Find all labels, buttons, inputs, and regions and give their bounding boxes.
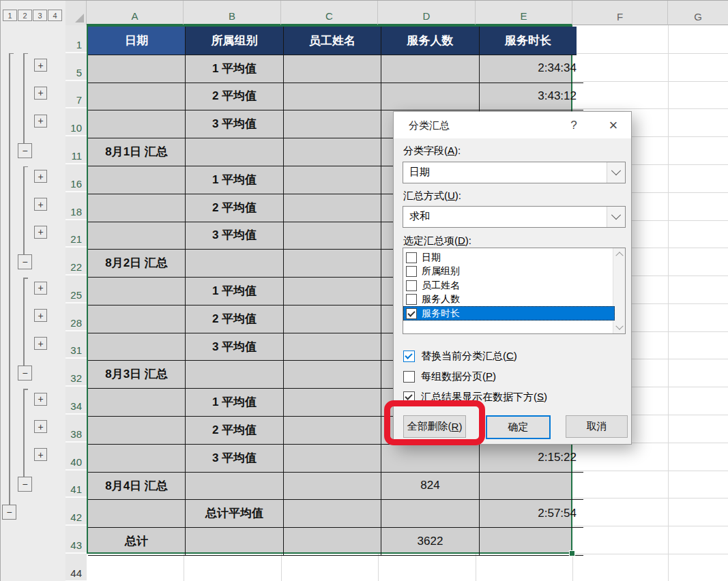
cell-E5[interactable]: 2:34:34: [480, 55, 583, 83]
cell-C22[interactable]: [284, 249, 381, 278]
cell-B21[interactable]: 3 平均值: [186, 222, 284, 250]
group-by-field-combobox[interactable]: 日期: [403, 162, 626, 183]
outline-level-button-1[interactable]: 1: [3, 10, 17, 21]
help-icon[interactable]: ?: [556, 112, 592, 138]
expand-button-row-25[interactable]: +: [34, 282, 47, 295]
cell-B31[interactable]: 3 平均值: [186, 333, 284, 361]
row-header-31[interactable]: 31: [65, 331, 87, 359]
collapse-button-row-42[interactable]: −: [2, 505, 16, 520]
cell-A25[interactable]: [88, 277, 186, 306]
row-header-43[interactable]: 43: [65, 526, 87, 554]
cell-C31[interactable]: [284, 333, 381, 361]
cell-A22[interactable]: 8月2日 汇总: [88, 249, 186, 278]
listbox-item[interactable]: 服务时长: [403, 306, 615, 321]
column-header-b[interactable]: B: [184, 1, 281, 25]
cell-C16[interactable]: [284, 166, 381, 194]
row-header-40[interactable]: 40: [65, 443, 87, 471]
cell-B40[interactable]: 3 平均值: [186, 444, 284, 473]
row-header-32[interactable]: 32: [65, 359, 87, 387]
cell-E43[interactable]: [480, 527, 583, 556]
cell-B7[interactable]: 2 平均值: [186, 83, 284, 111]
cell-B41[interactable]: [186, 472, 284, 501]
cell-A40[interactable]: [88, 444, 186, 473]
option-row[interactable]: 汇总结果显示在数据下方(S): [403, 390, 547, 404]
checkbox[interactable]: [403, 371, 415, 383]
cell-A43[interactable]: 总计: [88, 527, 186, 556]
expand-button-row-40[interactable]: +: [34, 448, 47, 461]
row-header-34[interactable]: 34: [65, 387, 87, 415]
outline-level-button-4[interactable]: 4: [48, 10, 62, 21]
expand-button-row-18[interactable]: +: [34, 198, 47, 211]
select-all-corner[interactable]: [65, 1, 87, 25]
cell-B34[interactable]: 1 平均值: [186, 388, 284, 417]
cell-B38[interactable]: 2 平均值: [186, 416, 284, 445]
cell-D5[interactable]: [381, 55, 480, 83]
cell-B32[interactable]: [186, 360, 284, 389]
option-row[interactable]: 每组数据分页(P): [403, 370, 496, 383]
row-header-16[interactable]: 16: [65, 164, 87, 192]
collapse-button-row-32[interactable]: −: [18, 366, 32, 381]
cell-B18[interactable]: 2 平均值: [186, 194, 284, 222]
cell-C32[interactable]: [284, 360, 381, 389]
cell-D1[interactable]: 服务人数: [381, 27, 480, 55]
outline-level-button-3[interactable]: 3: [33, 10, 47, 21]
cell-C21[interactable]: [284, 222, 381, 250]
checkbox[interactable]: [406, 266, 417, 277]
cell-C28[interactable]: [284, 305, 381, 333]
checkbox-checked[interactable]: [403, 391, 415, 403]
checkbox[interactable]: [406, 252, 417, 263]
cell-A18[interactable]: [88, 194, 186, 222]
row-header-21[interactable]: 21: [65, 220, 87, 248]
cell-A7[interactable]: [88, 83, 186, 111]
cell-A28[interactable]: [88, 305, 186, 333]
cell-D40[interactable]: [381, 444, 480, 473]
column-header-a[interactable]: A: [87, 1, 184, 25]
cell-B22[interactable]: [186, 249, 284, 278]
column-header-f[interactable]: F: [572, 1, 668, 25]
cell-C34[interactable]: [284, 388, 381, 417]
outline-level-button-2[interactable]: 2: [18, 10, 32, 21]
cell-C41[interactable]: [284, 472, 381, 501]
expand-button-row-16[interactable]: +: [34, 170, 47, 183]
cell-B10[interactable]: 3 平均值: [186, 110, 284, 138]
cell-D42[interactable]: [381, 499, 480, 528]
cell-B43[interactable]: [186, 527, 284, 556]
cell-A32[interactable]: 8月3日 汇总: [88, 360, 186, 389]
listbox-item[interactable]: 日期: [403, 250, 615, 265]
checkbox[interactable]: [406, 280, 417, 291]
expand-button-row-21[interactable]: +: [34, 226, 47, 239]
column-header-e[interactable]: E: [476, 1, 572, 25]
cell-A41[interactable]: 8月4日 汇总: [88, 472, 186, 501]
cell-E7[interactable]: 3:43:12: [480, 83, 583, 111]
cell-B28[interactable]: 2 平均值: [186, 305, 284, 333]
cell-C40[interactable]: [284, 444, 381, 473]
cell-A42[interactable]: [88, 499, 186, 528]
checkbox-checked[interactable]: [406, 308, 417, 319]
row-header-41[interactable]: 41: [65, 471, 87, 498]
cell-C10[interactable]: [284, 110, 381, 138]
row-header-7[interactable]: 7: [65, 81, 87, 109]
ok-button[interactable]: 确定: [486, 415, 551, 439]
cell-B25[interactable]: 1 平均值: [186, 277, 284, 306]
cancel-button[interactable]: 取消: [566, 415, 628, 438]
row-header-44[interactable]: 44: [65, 554, 87, 581]
cell-A10[interactable]: [88, 110, 186, 138]
cell-C43[interactable]: [284, 527, 381, 556]
expand-button-row-7[interactable]: +: [34, 87, 47, 100]
row-header-5[interactable]: 5: [65, 53, 87, 81]
expand-button-row-34[interactable]: +: [34, 393, 47, 406]
cell-A5[interactable]: [88, 55, 186, 83]
column-header-d[interactable]: D: [378, 1, 476, 25]
cell-D7[interactable]: [381, 83, 480, 111]
combobox-dropdown-button[interactable]: [607, 207, 625, 227]
cell-B5[interactable]: 1 平均值: [186, 55, 284, 83]
collapse-button-row-11[interactable]: −: [18, 143, 32, 158]
combobox-dropdown-button[interactable]: [607, 162, 625, 183]
option-row[interactable]: 替换当前分类汇总(C): [403, 349, 517, 363]
cell-C42[interactable]: [284, 499, 381, 528]
expand-button-row-28[interactable]: +: [34, 309, 47, 322]
summary-function-combobox[interactable]: 求和: [403, 206, 626, 228]
close-icon[interactable]: ×: [596, 112, 631, 138]
row-header-11[interactable]: 11: [65, 136, 87, 164]
expand-button-row-38[interactable]: +: [34, 420, 47, 433]
